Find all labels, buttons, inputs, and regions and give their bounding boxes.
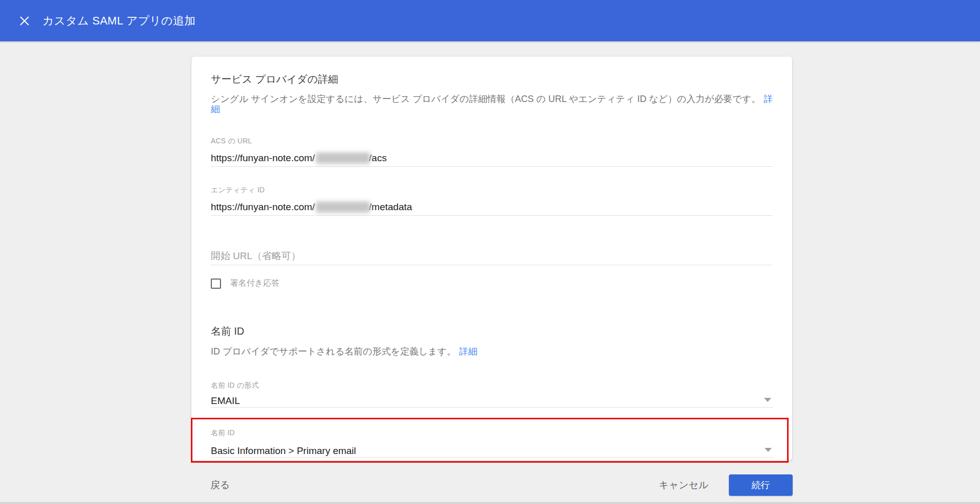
service-provider-heading: サービス プロバイダの詳細 — [211, 74, 773, 85]
name-id-format-value: EMAIL — [211, 395, 240, 406]
acs-url-label: ACS の URL — [211, 137, 773, 144]
chevron-down-icon — [764, 398, 771, 402]
name-id-value: Basic Information > Primary email — [211, 445, 356, 456]
name-id-value-label: 名前 ID — [211, 429, 773, 436]
continue-button[interactable]: 続行 — [729, 474, 793, 496]
back-button[interactable]: 戻る — [209, 475, 231, 495]
chevron-down-icon — [765, 448, 772, 452]
name-id-description: ID プロバイダでサポートされる名前の形式を定義します。詳細 — [211, 346, 773, 357]
dialog-header: カスタム SAML アプリの追加 — [0, 0, 980, 41]
name-id-format-field: 名前 ID の形式 EMAIL — [211, 382, 773, 408]
acs-url-prefix: https://funyan-note.com/ — [211, 153, 315, 163]
entity-id-value[interactable]: https://funyan-note.com//metadata — [211, 201, 773, 216]
name-id-format-label: 名前 ID の形式 — [211, 382, 773, 389]
start-url-input[interactable] — [211, 250, 773, 265]
signed-response-checkbox[interactable] — [211, 279, 221, 289]
entity-id-suffix: /metadata — [369, 201, 412, 212]
acs-url-field: ACS の URL https://funyan-note.com//acs — [211, 137, 773, 167]
service-provider-description: シングル サインオンを設定するには、サービス プロバイダの詳細情報（ACS の … — [211, 94, 773, 114]
name-id-value-select[interactable]: Basic Information > Primary email — [211, 446, 773, 458]
acs-url-value[interactable]: https://funyan-note.com//acs — [211, 153, 773, 167]
service-provider-description-text: シングル サインオンを設定するには、サービス プロバイダの詳細情報（ACS の … — [211, 94, 761, 104]
entity-id-prefix: https://funyan-note.com/ — [211, 201, 315, 212]
signed-response-label: 署名付き応答 — [230, 278, 279, 289]
acs-url-suffix: /acs — [369, 153, 387, 163]
close-icon-glyph — [19, 16, 30, 26]
entity-id-field: エンティティ ID https://funyan-note.com//metad… — [211, 186, 773, 216]
learn-more-link-name-id[interactable]: 詳細 — [459, 346, 477, 357]
redacted-blur-block — [316, 201, 370, 213]
name-id-heading: 名前 ID — [211, 326, 773, 337]
name-id-format-select[interactable]: EMAIL — [211, 396, 773, 408]
cancel-button[interactable]: キャンセル — [658, 475, 709, 495]
redacted-blur-block — [316, 153, 370, 164]
window-bottom-edge — [0, 502, 980, 504]
name-id-highlight-box: 名前 ID Basic Information > Primary email — [191, 418, 789, 463]
signed-response-row: 署名付き応答 — [211, 278, 773, 289]
close-icon[interactable] — [14, 11, 35, 31]
saml-form-card: サービス プロバイダの詳細 シングル サインオンを設定するには、サービス プロバ… — [191, 57, 792, 461]
entity-id-label: エンティティ ID — [211, 186, 773, 193]
name-id-description-text: ID プロバイダでサポートされる名前の形式を定義します。 — [211, 346, 456, 357]
dialog-title: カスタム SAML アプリの追加 — [42, 13, 195, 29]
dialog-footer: 戻る キャンセル 続行 — [209, 473, 793, 497]
